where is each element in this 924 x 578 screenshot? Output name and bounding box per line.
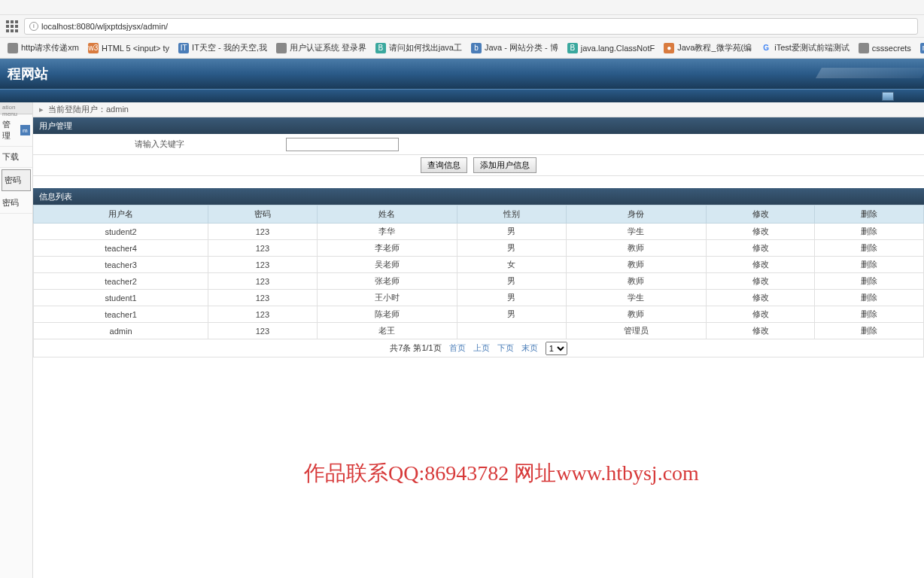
keyword-input[interactable] — [286, 138, 399, 151]
cell: 男 — [457, 290, 566, 306]
url-input[interactable]: i localhost:8080/wljxptdsjysx/admin/ — [24, 18, 918, 35]
edit-link[interactable]: 修改 — [706, 273, 814, 290]
add-user-button[interactable]: 添加用户信息 — [473, 157, 536, 173]
window-icon[interactable] — [882, 92, 894, 101]
bookmark-item[interactable]: Bjava.lang.ClassNotF — [563, 43, 659, 53]
current-user-label: 当前登陆用户：admin — [48, 104, 129, 115]
col-header: 删除 — [815, 205, 924, 224]
bookmark-icon — [859, 43, 869, 53]
cell: 张老师 — [317, 273, 457, 290]
bookmark-item[interactable]: bJava - 网站分类 - 博 — [467, 42, 563, 53]
bookmark-icon: IT — [178, 43, 189, 53]
pager-prev[interactable]: 上页 — [473, 342, 490, 354]
bookmark-icon: G — [761, 43, 771, 53]
delete-link[interactable]: 删除 — [815, 224, 924, 240]
bookmark-item[interactable]: w3HTML 5 <input> ty — [84, 43, 174, 53]
table-row: teacher2123张老师男教师修改删除 — [34, 273, 924, 290]
pagination: 共7条 第1/1页 首页 上页 下页 末页 1 — [33, 339, 924, 357]
col-header: 密码 — [208, 205, 317, 224]
bookmark-item[interactable]: ●Java教程_微学苑(编 — [659, 42, 756, 53]
spacer — [33, 176, 924, 188]
bookmark-label: java.lang.ClassNotF — [581, 44, 655, 53]
cell: 教师 — [566, 257, 706, 273]
cell: 老王 — [317, 323, 457, 339]
bookmark-label: HTML 5 <input> ty — [102, 44, 169, 53]
sidebar: ation menu 管理m 下载 密码 密码 — [0, 102, 33, 578]
bookmark-item[interactable]: 用户认证系统 登录界 — [272, 42, 371, 53]
cell: 学生 — [566, 224, 706, 240]
bookmark-label: 请问如何找出java工 — [389, 42, 462, 53]
bookmark-label: Java - 网站分类 - 博 — [485, 42, 558, 53]
bookmark-icon — [8, 43, 18, 53]
pager-last[interactable]: 末页 — [521, 342, 538, 354]
bookmark-item[interactable]: csssecrets — [854, 43, 916, 53]
address-bar: i localhost:8080/wljxptdsjysx/admin/ — [0, 15, 924, 38]
cell: 123 — [208, 257, 317, 273]
main-content: ▸ 当前登陆用户：admin 用户管理 请输入关键字 查询信息 添加用户信息 信… — [33, 102, 924, 578]
bookmark-icon: b — [471, 43, 482, 53]
bookmark-icon: ● — [664, 43, 674, 53]
bookmark-icon: m — [920, 43, 924, 53]
cell: student2 — [34, 224, 208, 240]
cell: 123 — [208, 290, 317, 306]
bookmark-label: iTest爱测试前端测试 — [774, 42, 850, 53]
delete-link[interactable]: 删除 — [815, 323, 924, 339]
bookmarks-bar: http请求传递xmw3HTML 5 <input> tyITIT天空 - 我的… — [0, 38, 924, 59]
sidebar-item-4[interactable]: 密码 — [0, 193, 32, 214]
pager-first[interactable]: 首页 — [449, 342, 466, 354]
cell: teacher3 — [34, 257, 208, 273]
delete-link[interactable]: 删除 — [815, 273, 924, 290]
sidebar-item-2[interactable]: 下载 — [0, 147, 32, 168]
sidebar-item-1[interactable]: 管理m — [0, 114, 32, 147]
cell: teacher1 — [34, 306, 208, 323]
bookmark-item[interactable]: B请问如何找出java工 — [371, 42, 467, 53]
col-header: 修改 — [706, 205, 814, 224]
pager-info: 共7条 第1/1页 — [390, 342, 441, 354]
cell: 123 — [208, 273, 317, 290]
bookmark-item[interactable]: GiTest爱测试前端测试 — [756, 42, 854, 53]
bookmark-icon: w3 — [88, 43, 99, 53]
bookmark-label: http请求传递xm — [21, 42, 79, 53]
manage-icon: m — [20, 125, 30, 135]
edit-link[interactable]: 修改 — [706, 257, 814, 273]
bookmark-item[interactable]: m阿米巴管理系统 — [916, 42, 924, 53]
cell: student1 — [34, 290, 208, 306]
edit-link[interactable]: 修改 — [706, 224, 814, 240]
app-header: 程网站 — [0, 59, 924, 89]
delete-link[interactable]: 删除 — [815, 306, 924, 323]
bookmark-item[interactable]: ITIT天空 - 我的天空,我 — [174, 42, 272, 53]
query-button[interactable]: 查询信息 — [421, 157, 467, 173]
cell — [457, 323, 566, 339]
cell: 123 — [208, 240, 317, 257]
delete-link[interactable]: 删除 — [815, 290, 924, 306]
nav-bar — [0, 89, 924, 102]
edit-link[interactable]: 修改 — [706, 290, 814, 306]
sidebar-header: ation menu — [0, 102, 32, 114]
breadcrumb: ▸ 当前登陆用户：admin — [33, 102, 924, 117]
cell: 123 — [208, 323, 317, 339]
url-text: localhost:8080/wljxptdsjysx/admin/ — [41, 22, 168, 31]
search-row: 请输入关键字 — [33, 134, 924, 155]
cell: 李华 — [317, 224, 457, 240]
table-row: teacher1123陈老师男教师修改删除 — [34, 306, 924, 323]
chevron-right-icon: ▸ — [39, 105, 44, 114]
sidebar-item-3[interactable]: 密码 — [2, 169, 31, 191]
pager-next[interactable]: 下页 — [497, 342, 514, 354]
delete-link[interactable]: 删除 — [815, 240, 924, 257]
cell: 学生 — [566, 290, 706, 306]
edit-link[interactable]: 修改 — [706, 240, 814, 257]
cell: admin — [34, 323, 208, 339]
delete-link[interactable]: 删除 — [815, 257, 924, 273]
pager-select[interactable]: 1 — [546, 342, 567, 355]
bookmark-item[interactable]: http请求传递xm — [3, 42, 84, 53]
apps-icon[interactable] — [6, 20, 18, 32]
bookmark-label: csssecrets — [872, 44, 911, 53]
cell: 王小时 — [317, 290, 457, 306]
cell: 教师 — [566, 306, 706, 323]
col-header: 身份 — [566, 205, 706, 224]
bookmark-label: IT天空 - 我的天空,我 — [192, 42, 267, 53]
edit-link[interactable]: 修改 — [706, 306, 814, 323]
col-header: 姓名 — [317, 205, 457, 224]
edit-link[interactable]: 修改 — [706, 323, 814, 339]
bookmark-icon — [276, 43, 287, 53]
